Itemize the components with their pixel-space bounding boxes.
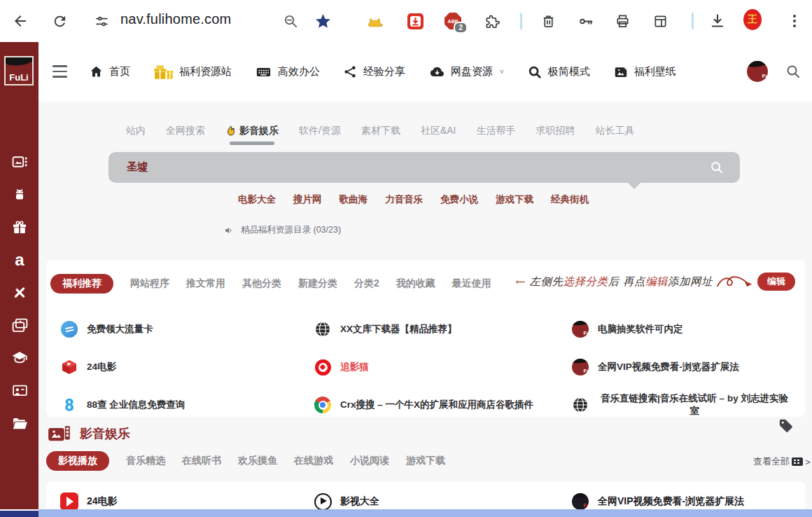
a-letter-icon: a [15,253,24,267]
hamburger-menu-button[interactable] [52,65,67,78]
nav-item-simple-mode[interactable]: 极简模式 [527,64,590,80]
key-icon [578,13,594,29]
extension-downloader-button[interactable] [406,12,424,30]
passwords-button[interactable] [577,12,595,30]
engine-songs[interactable]: 歌曲海 [340,193,368,206]
logo-roof-icon [747,61,768,69]
sidebar-item-media[interactable] [10,153,29,171]
tab-software[interactable]: 软件/资源 [299,125,341,137]
search-submit-button[interactable] [709,160,724,177]
tab-web-search[interactable]: 全网搜索 [166,125,205,137]
tab-site[interactable]: 站内 [126,125,146,137]
engine-arcade[interactable]: 经典街机 [551,193,589,206]
tab-jobs[interactable]: 求职招聘 [536,125,575,137]
nav-item-welfare[interactable]: 福利资源站 [153,64,232,81]
announcement[interactable]: 精品福利资源目录 (03/23) [224,224,341,236]
downloads-button[interactable] [708,12,727,30]
tab-media[interactable]: 影音娱乐 [225,125,279,137]
zoom-button[interactable] [281,12,300,30]
category-new[interactable]: 新建分类 [298,277,337,290]
site-logo[interactable]: FuLi [4,56,34,85]
edit-button[interactable]: 编辑 [757,273,795,291]
link-movie-collection[interactable]: 影视大全 [314,492,571,511]
user-avatar[interactable]: FuLi [747,61,768,82]
bookmark-button[interactable] [314,12,332,30]
engine-movies[interactable]: 电影大全 [238,193,276,206]
view-all-button[interactable]: 查看全部 > [753,455,811,468]
section-title: 影音娱乐 [80,425,130,442]
engine-games[interactable]: 游戏下载 [496,193,533,206]
sidebar-item-android[interactable] [10,186,29,204]
tab-community-ai[interactable]: 社区&AI [421,125,456,137]
data-card-icon [60,320,78,338]
link-vip-video[interactable]: FuLi 全网VIP视频免费看-浏览器扩展法 [571,358,791,376]
nav-item-office[interactable]: 高效办公 [255,64,320,80]
sidebar-item-photos[interactable] [10,316,29,334]
category-others[interactable]: 其他分类 [242,277,281,290]
tab-materials[interactable]: 素材下载 [361,125,400,137]
print-button[interactable] [613,12,631,30]
section-tab-online-games[interactable]: 在线游戏 [294,455,333,467]
edit-hint: ← 左侧先选择分类后 再点编辑添加网址 编辑 [515,273,795,291]
extensions-button[interactable] [483,12,501,30]
engine-soupian[interactable]: 搜片网 [293,193,322,206]
nav-item-wallpaper[interactable]: 福利壁纸 [613,64,676,80]
globe-icon [571,396,589,414]
printer-icon [615,13,631,29]
section-tab-game-downloads[interactable]: 游戏下载 [406,455,445,467]
nav-item-share[interactable]: 经验分享 [343,64,405,79]
link-doc-downloader[interactable]: XX文库下载器【精品推荐】 [314,320,571,338]
sidebar-item-education[interactable] [10,349,29,367]
tab-webmaster[interactable]: 站长工具 [595,125,634,137]
section-tab-music[interactable]: 音乐精选 [126,455,165,467]
menu-button[interactable] [785,12,804,30]
layout-button[interactable] [651,12,669,30]
section-tab-novels[interactable]: 小说阅读 [350,455,389,467]
site-settings-button[interactable] [92,12,111,30]
back-button[interactable] [11,12,29,30]
sidebar-item-tools[interactable] [10,284,29,302]
address-bar[interactable]: nav.fulihome.com [120,11,231,27]
engine-music[interactable]: 力音音乐 [385,193,423,206]
trash-icon [540,13,556,29]
link-24movie-bottom[interactable]: 24电影 [60,492,314,511]
category-recent[interactable]: 最近使用 [452,277,491,290]
link-zhuiyingmao[interactable]: 追影猫 [314,358,571,376]
link-crx-search[interactable]: Crx搜搜 – 一个牛X的扩展和应用商店谷歌插件 [314,396,571,414]
nav-item-home[interactable]: 首页 [89,64,130,79]
tab-life[interactable]: 生活帮手 [476,125,515,137]
trash-button[interactable] [539,12,557,30]
profile-button[interactable]: 王 [743,11,762,29]
section-tab-audiobooks[interactable]: 在线听书 [182,455,221,467]
section-tab-fun[interactable]: 欢乐摸鱼 [238,455,277,467]
link-data-card[interactable]: 免费领大流量卡 [60,320,314,338]
link-music-search[interactable]: 音乐直链搜索|音乐在线试听 – by 刘志进实验室 [571,392,791,418]
adblock-badge: 2 [454,22,468,34]
category-2[interactable]: 分类2 [354,277,379,290]
reload-button[interactable] [50,12,69,30]
link-lottery[interactable]: FuLi 电脑抽奖软件可内定 [571,320,791,338]
tag-icon[interactable] [778,418,794,436]
section-tab-playback[interactable]: 影视播放 [46,451,109,471]
table-icon [652,13,668,29]
category-programs[interactable]: 网站程序 [130,277,169,290]
sidebar-item-gift[interactable] [10,219,29,237]
sidebar-item-training[interactable] [10,382,29,400]
link-vip-video-bottom[interactable]: FuLi 全网VIP视频免费看-浏览器扩展法 [571,492,791,511]
category-favorites[interactable]: 我的收藏 [396,277,435,290]
adblock-button[interactable]: ABP 2 [444,12,462,30]
link-24movie[interactable]: 24电影 [60,358,314,376]
nav-item-netdisk[interactable]: 网盘资源 ˅ [428,64,504,80]
download-icon [709,13,726,29]
header-search-button[interactable] [785,63,802,82]
category-recommend[interactable]: 福利推荐 [50,274,113,294]
engine-novels[interactable]: 免费小说 [440,193,478,206]
link-88cha[interactable]: 8 88查 企业信息免费查询 [60,396,314,414]
category-tweets[interactable]: 推文常用 [186,277,225,290]
sidebar-item-folder[interactable] [10,414,29,432]
main-nav: 首页 福利资源站 高效办公 经验分享 网盘资源 ˅ 极简模式 [89,42,676,102]
keyboard-mini-icon [792,457,803,466]
extension-cat-button[interactable] [365,12,384,30]
sidebar-item-a[interactable]: a [10,251,29,269]
search-box[interactable]: 圣墟 [108,152,740,183]
